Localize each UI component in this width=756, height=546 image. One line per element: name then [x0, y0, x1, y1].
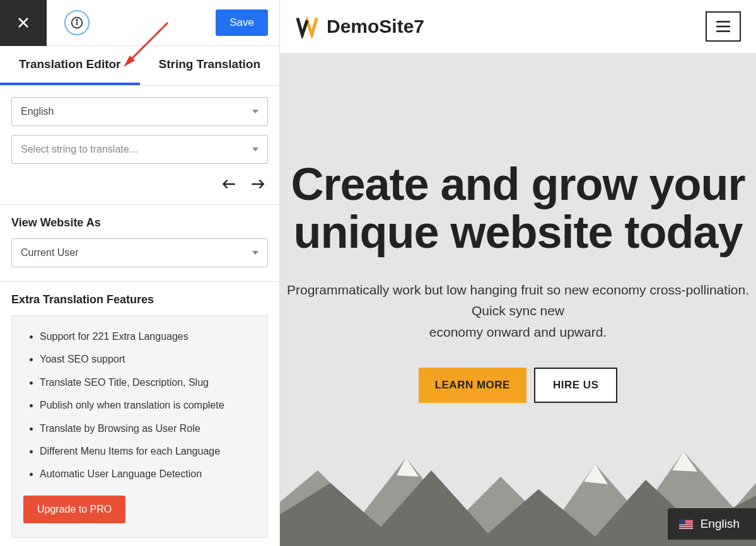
hero-title-line: Create and grow your	[291, 159, 745, 209]
language-select-value: English	[21, 106, 54, 117]
view-as-value: Current User	[21, 247, 79, 258]
preview-header: DemoSite7	[280, 0, 756, 53]
feature-item: Support for 221 Extra Languages	[40, 330, 256, 344]
upgrade-button[interactable]: Upgrade to PRO	[23, 496, 125, 523]
info-icon	[71, 16, 83, 29]
chevron-down-icon	[252, 110, 259, 113]
close-button[interactable]	[0, 0, 47, 46]
next-string-button[interactable]	[249, 178, 265, 190]
chevron-down-icon	[252, 148, 259, 151]
site-title: DemoSite7	[327, 16, 424, 37]
hero-title: Create and grow your unique website toda…	[291, 160, 745, 257]
language-switcher[interactable]: English	[668, 508, 756, 540]
view-as-label: View Website As	[11, 216, 268, 229]
svg-point-4	[76, 20, 78, 21]
us-flag-icon	[679, 520, 693, 529]
close-icon	[16, 15, 31, 30]
menu-toggle-button[interactable]	[706, 11, 741, 42]
hero-sub-line: Programmatically work but low hanging fr…	[287, 282, 749, 297]
hero-section: Create and grow your unique website toda…	[280, 53, 756, 546]
string-select[interactable]: Select string to translate...	[11, 135, 268, 164]
features-list: Support for 221 Extra Languages Yoast SE…	[23, 330, 256, 482]
feature-item: Automatic User Language Detection	[40, 467, 256, 481]
learn-more-button[interactable]: LEARN MORE	[419, 368, 526, 403]
chevron-down-icon	[252, 251, 259, 255]
sidebar-header: Save	[0, 0, 279, 46]
info-button[interactable]	[64, 10, 90, 35]
string-nav	[11, 173, 268, 190]
hero-title-line: unique website today	[293, 207, 742, 257]
site-preview: DemoSite7 Create and grow your unique we…	[280, 0, 756, 546]
hero-subtitle: Programmatically work but low hanging fr…	[287, 279, 749, 343]
language-switcher-label: English	[701, 517, 740, 531]
hero-buttons: LEARN MORE HIRE US	[419, 368, 618, 403]
hire-us-button[interactable]: HIRE US	[534, 368, 617, 403]
view-as-select[interactable]: Current User	[11, 238, 268, 267]
save-button[interactable]: Save	[216, 9, 268, 36]
tab-bar: Translation Editor String Translation	[0, 46, 279, 86]
tab-translation-editor[interactable]: Translation Editor	[0, 46, 140, 85]
hamburger-icon	[715, 20, 731, 33]
feature-item: Publish only when translation is complet…	[40, 398, 256, 412]
prev-string-button[interactable]	[221, 178, 238, 190]
translation-sidebar: Save Translation Editor String Translati…	[0, 0, 280, 546]
site-logo-icon	[295, 15, 319, 38]
feature-item: Translate SEO Title, Description, Slug	[40, 376, 256, 390]
feature-item: Translate by Browsing as User Role	[40, 422, 256, 436]
hero-sub-line: economy onward and upward.	[429, 325, 607, 339]
language-select[interactable]: English	[11, 97, 268, 126]
string-select-placeholder: Select string to translate...	[21, 144, 137, 155]
tab-string-translation[interactable]: String Translation	[140, 46, 280, 85]
features-label: Extra Translation Features	[11, 293, 268, 306]
hero-sub-line: Quick sync new	[472, 303, 564, 318]
feature-item: Different Menu Items for each Language	[40, 444, 256, 458]
sidebar-body: English Select string to translate... Vi…	[0, 86, 279, 546]
feature-item: Yoast SEO support	[40, 352, 256, 366]
features-box: Support for 221 Extra Languages Yoast SE…	[11, 315, 268, 538]
